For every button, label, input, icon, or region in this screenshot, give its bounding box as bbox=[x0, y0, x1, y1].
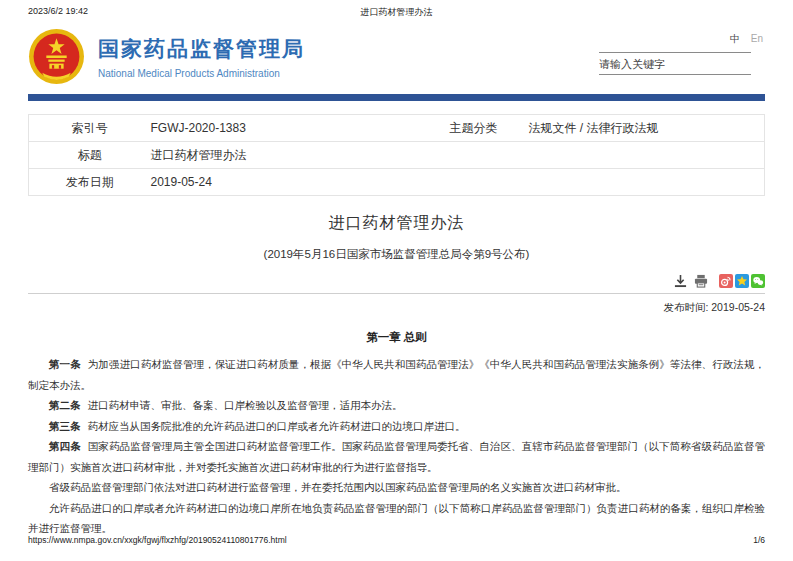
document-subtitle: (2019年5月16日国家市场监督管理总局令第9号公布) bbox=[28, 247, 765, 262]
title-label: 标题 bbox=[29, 142, 151, 169]
subject-category-label: 主题分类 bbox=[431, 115, 517, 142]
article-paragraph: 第四条国家药品监督管理局主管全国进口药材监督管理工作。国家药品监督管理局委托省、… bbox=[28, 436, 765, 477]
table-row: 标题 进口药材管理办法 bbox=[29, 142, 765, 169]
org-name-en: National Medical Products Administration bbox=[98, 68, 305, 79]
org-names: 国家药品监督管理局 National Medical Products Admi… bbox=[98, 35, 305, 79]
language-switcher: 中 En bbox=[593, 32, 765, 46]
header-right: 中 En bbox=[593, 28, 765, 75]
print-timestamp: 2023/6/2 19:42 bbox=[28, 6, 88, 16]
lang-toggle-chinese[interactable]: 中 bbox=[730, 33, 740, 44]
print-page-title: 进口药材管理办法 bbox=[361, 6, 433, 19]
publish-date-label: 发布日期 bbox=[29, 169, 151, 196]
qzone-share-icon[interactable] bbox=[735, 274, 749, 288]
document-body: 第一章 总则 第一条为加强进口药材监督管理，保证进口药材质量，根据《中华人民共和… bbox=[28, 330, 765, 539]
article-paragraph: 第三条药材应当从国务院批准的允许药品进口的口岸或者允许药材进口的边境口岸进口。 bbox=[28, 416, 765, 437]
article-number: 第一条 bbox=[49, 358, 81, 370]
article-text: 省级药品监督管理部门依法对进口药材进行监督管理，并在委托范围内以国家药品监督管理… bbox=[49, 481, 627, 493]
table-row: 索引号 FGWJ-2020-1383 主题分类 法规文件 / 法律行政法规 bbox=[29, 115, 765, 142]
article-text: 为加强进口药材监督管理，保证进口药材质量，根据《中华人民共和国药品管理法》《中华… bbox=[28, 358, 765, 391]
article-text: 药材应当从国务院批准的允许药品进口的口岸或者允许药材进口的边境口岸进口。 bbox=[88, 420, 466, 432]
article-number: 第二条 bbox=[49, 399, 81, 411]
article-paragraph: 第一条为加强进口药材监督管理，保证进口药材质量，根据《中华人民共和国药品管理法》… bbox=[28, 354, 765, 395]
article-text: 允许药品进口的口岸或者允许药材进口的边境口岸所在地负责药品监督管理的部门（以下简… bbox=[28, 502, 765, 535]
footer-url: https://www.nmpa.gov.cn/xxgk/fgwj/flxzhf… bbox=[28, 535, 287, 545]
publish-date-value: 2019-05-24 bbox=[151, 169, 765, 196]
wechat-share-icon[interactable] bbox=[751, 274, 765, 288]
title-value: 进口药材管理办法 bbox=[151, 142, 765, 169]
table-row: 发布日期 2019-05-24 bbox=[29, 169, 765, 196]
china-national-emblem-icon bbox=[28, 28, 85, 85]
toolbar bbox=[28, 273, 765, 288]
footer-page-number: 1/6 bbox=[753, 535, 765, 545]
article-paragraph: 第二条进口药材申请、审批、备案、口岸检验以及监督管理，适用本办法。 bbox=[28, 395, 765, 416]
download-icon[interactable] bbox=[674, 274, 687, 288]
publish-time: 发布时间: 2019-05-24 bbox=[28, 301, 765, 315]
publish-time-label: 发布时间: bbox=[663, 301, 708, 313]
brand-logo[interactable]: 国家药品监督管理局 National Medical Products Admi… bbox=[28, 28, 305, 85]
share-icons bbox=[719, 274, 765, 288]
divider-line bbox=[28, 293, 765, 294]
navy-divider-bar bbox=[28, 94, 765, 101]
document-info-table: 索引号 FGWJ-2020-1383 主题分类 法规文件 / 法律行政法规 标题… bbox=[28, 114, 765, 196]
site-header: 国家药品监督管理局 National Medical Products Admi… bbox=[28, 28, 765, 85]
search-input[interactable] bbox=[599, 52, 751, 75]
index-number-label: 索引号 bbox=[29, 115, 151, 142]
article-paragraph: 省级药品监督管理部门依法对进口药材进行监督管理，并在委托范围内以国家药品监督管理… bbox=[28, 477, 765, 498]
document-title: 进口药材管理办法 bbox=[28, 213, 765, 234]
search-box bbox=[599, 52, 751, 75]
index-number-value: FGWJ-2020-1383 bbox=[151, 115, 431, 142]
article-paragraph: 允许药品进口的口岸或者允许药材进口的边境口岸所在地负责药品监督管理的部门（以下简… bbox=[28, 498, 765, 539]
weibo-share-icon[interactable] bbox=[719, 274, 733, 288]
article-text: 国家药品监督管理局主管全国进口药材监督管理工作。国家药品监督管理局委托省、自治区… bbox=[28, 440, 765, 473]
publish-time-value: 2019-05-24 bbox=[711, 301, 765, 313]
subject-category-value: 法规文件 / 法律行政法规 bbox=[517, 115, 765, 142]
print-header: 2023/6/2 19:42 进口药材管理办法 bbox=[0, 0, 793, 18]
article-text: 进口药材申请、审批、备案、口岸检验以及监督管理，适用本办法。 bbox=[88, 399, 403, 411]
printer-icon[interactable] bbox=[694, 274, 708, 288]
chapter-heading: 第一章 总则 bbox=[28, 330, 765, 345]
org-name-cn: 国家药品监督管理局 bbox=[98, 35, 305, 63]
article-number: 第三条 bbox=[49, 420, 81, 432]
print-footer: https://www.nmpa.gov.cn/xxgk/fgwj/flxzhf… bbox=[28, 535, 765, 545]
lang-toggle-english[interactable]: En bbox=[751, 33, 763, 44]
article-number: 第四条 bbox=[49, 440, 81, 452]
